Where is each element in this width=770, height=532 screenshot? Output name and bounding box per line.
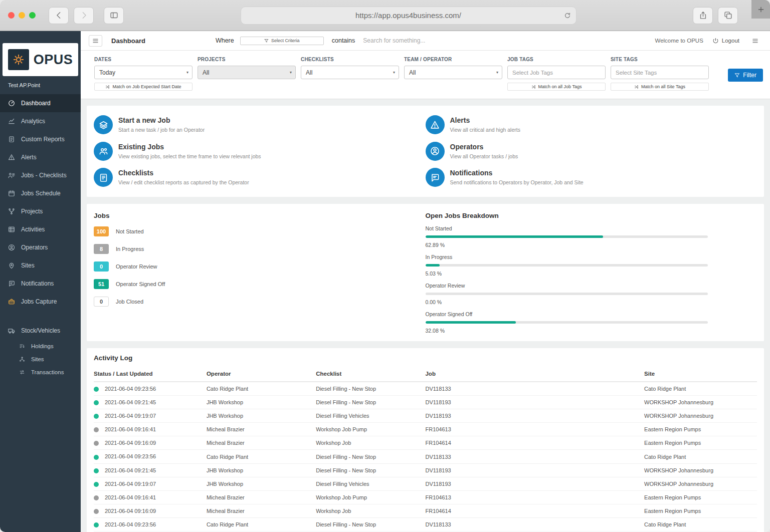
- quick-action-alerts[interactable]: AlertsView all critical and high alerts: [426, 112, 757, 138]
- activity-row[interactable]: 2021-06-04 09:19:07JHB WorkshopDiesel Fi…: [94, 409, 757, 423]
- match-expected-start-date-button[interactable]: Match on Job Expected Start Date: [94, 83, 192, 91]
- activity-row[interactable]: 2021-06-04 09:21:45JHB WorkshopDiesel Fi…: [94, 396, 757, 409]
- jobs-capture-icon: [8, 298, 15, 305]
- activity-row[interactable]: 2021-06-04 09:23:56Cato Ridge PlantDiese…: [94, 450, 757, 463]
- back-button[interactable]: [49, 7, 69, 24]
- header-menu-button[interactable]: [748, 35, 762, 47]
- match-all-site-tags-button[interactable]: Match on all Site Tags: [611, 83, 709, 91]
- holdings-icon: [19, 343, 25, 349]
- activity-row[interactable]: 2021-06-04 09:16:09Micheal BrazierWorksh…: [94, 504, 757, 517]
- projects-select[interactable]: All ▾: [198, 66, 296, 79]
- quick-action-start-a-new-job[interactable]: Start a new JobStart a new task / job fo…: [94, 112, 426, 138]
- activity-row[interactable]: 2021-06-04 09:21:45JHB WorkshopDiesel Fi…: [94, 463, 757, 477]
- chevron-left-icon: [55, 11, 63, 20]
- sidebar-item-label: Jobs Capture: [21, 298, 57, 305]
- sidebar-item-operators[interactable]: Operators: [0, 238, 81, 256]
- activity-row[interactable]: 2021-06-04 09:16:09Micheal BrazierWorksh…: [94, 436, 757, 450]
- sidebar-item-holdings[interactable]: Holdings: [0, 340, 81, 353]
- sidebar-item-notifications[interactable]: Notifications: [0, 275, 81, 293]
- sidebar-item-alerts[interactable]: Alerts: [0, 148, 81, 166]
- column-header-job[interactable]: Job: [425, 366, 644, 382]
- reload-icon[interactable]: [564, 12, 571, 19]
- quick-action-title: Start a new Job: [118, 116, 205, 124]
- sidebar-item-stock-vehicles[interactable]: Stock/Vehicles: [0, 322, 81, 340]
- site-tags-input[interactable]: [611, 66, 709, 79]
- sidebar-item-label: Sites: [21, 262, 35, 269]
- sidebar-item-sites[interactable]: Sites: [0, 353, 81, 366]
- sidebar-item-sites[interactable]: Sites: [0, 256, 81, 275]
- filter-bar: DATES Today ▾ Match on Job Expected Star…: [81, 51, 770, 99]
- sidebar-item-transactions[interactable]: Transactions: [0, 366, 81, 379]
- sidebar-item-projects[interactable]: Projects: [0, 202, 81, 220]
- share-button[interactable]: [693, 7, 713, 24]
- sidebar-toggle-button[interactable]: [104, 7, 124, 24]
- menu-toggle-button[interactable]: [89, 35, 102, 47]
- minimize-window-button[interactable]: [19, 12, 25, 19]
- power-icon: [712, 38, 719, 44]
- sidebar-item-activities[interactable]: Activities: [0, 220, 81, 238]
- status-dot: [94, 482, 99, 487]
- sidebar-item-analytics[interactable]: Analytics: [0, 112, 81, 130]
- job-status-row-operator-review: 0Operator Review: [94, 261, 426, 272]
- team-operator-select[interactable]: All ▾: [404, 66, 502, 79]
- zoom-window-button[interactable]: [29, 12, 36, 19]
- activity-row[interactable]: 2021-06-04 09:16:41Micheal BrazierWorksh…: [94, 423, 757, 436]
- activity-row[interactable]: 2021-06-04 09:23:56Cato Ridge PlantDiese…: [94, 517, 757, 531]
- quick-action-checklists[interactable]: ChecklistsView / edit checklist reports …: [94, 164, 426, 191]
- quick-action-operators[interactable]: OperatorsView all Operator tasks / jobs: [426, 138, 757, 165]
- chevron-down-icon: ▾: [290, 70, 292, 75]
- dates-select[interactable]: Today ▾: [94, 66, 192, 79]
- sidebar-item-jobs-checklists[interactable]: Jobs - Checklists: [0, 166, 81, 184]
- column-header-status-last-updated[interactable]: Status / Last Updated: [94, 366, 207, 382]
- column-header-site[interactable]: Site: [644, 366, 757, 382]
- team-operator-select-value: All: [409, 69, 416, 76]
- dashboard-content: Start a new JobStart a new task / job fo…: [81, 99, 770, 532]
- activity-row[interactable]: 2021-06-04 09:19:07JHB WorkshopDiesel Fi…: [94, 477, 757, 490]
- logout-button[interactable]: Logout: [712, 38, 739, 44]
- select-criteria-button[interactable]: Select Criteria: [240, 37, 324, 45]
- quick-action-description: View all critical and high alerts: [450, 127, 520, 133]
- column-header-checklist[interactable]: Checklist: [316, 366, 425, 382]
- sidebar-item-jobs-capture[interactable]: Jobs Capture: [0, 293, 81, 311]
- sidebar-item-custom-reports[interactable]: Custom Reports: [0, 130, 81, 148]
- dates-select-value: Today: [99, 69, 115, 76]
- forward-button[interactable]: [74, 7, 94, 24]
- match-all-job-tags-button[interactable]: Match on all Job Tags: [507, 83, 606, 91]
- stock-vehicles-icon: [8, 327, 15, 334]
- filter-button[interactable]: Filter: [728, 69, 763, 82]
- activity-row[interactable]: 2021-06-04 09:23:56Cato Ridge PlantDiese…: [94, 382, 757, 396]
- checklists-select[interactable]: All ▾: [301, 66, 399, 79]
- dates-label: DATES: [94, 57, 192, 62]
- match-label: Match on all Job Tags: [538, 84, 582, 89]
- status-dot: [94, 495, 99, 500]
- opus-logo-mark: [8, 49, 29, 70]
- jobs-summary-title: Jobs: [94, 212, 426, 219]
- job-cell: DV118193: [425, 477, 644, 490]
- last-updated-text: 2021-06-04 09:16:41: [105, 494, 156, 500]
- job-tags-input[interactable]: [507, 66, 606, 79]
- main-area: Dashboard Where Select Criteria contains…: [81, 31, 770, 532]
- search-input[interactable]: [363, 37, 508, 44]
- site-cell: Eastern Region Pumps: [644, 504, 757, 517]
- checklist-cell: Diesel Filling - New Stop: [316, 463, 425, 477]
- sidebar-item-jobs-schedule[interactable]: Jobs Schedule: [0, 184, 81, 202]
- site-tags-label: SITE TAGS: [611, 57, 709, 62]
- address-bar[interactable]: https://app.opus4business.com/: [241, 7, 576, 25]
- close-window-button[interactable]: [8, 12, 15, 19]
- quick-action-notifications[interactable]: NotificationsSend notifications to Opera…: [426, 164, 757, 191]
- filter-button-label: Filter: [743, 72, 756, 79]
- projects-icon: [8, 208, 15, 215]
- quick-action-text: NotificationsSend notifications to Opera…: [450, 168, 584, 185]
- new-tab-button[interactable]: [751, 0, 770, 19]
- quick-action-existing-jobs[interactable]: Existing JobsView existing jobs, select …: [94, 138, 426, 165]
- breakdown-label: Not Started: [426, 225, 708, 231]
- job-cell: DV118193: [425, 463, 644, 477]
- chevron-right-icon: [80, 11, 88, 20]
- analytics-icon: [8, 118, 15, 125]
- tabs-overview-button[interactable]: [718, 7, 738, 24]
- activity-log-table: Status / Last UpdatedOperatorChecklistJo…: [94, 366, 757, 532]
- activity-row[interactable]: 2021-06-04 09:16:41Micheal BrazierWorksh…: [94, 490, 757, 504]
- column-header-operator[interactable]: Operator: [207, 366, 316, 382]
- chevron-down-icon: ▾: [496, 70, 498, 75]
- sidebar-item-dashboard[interactable]: Dashboard: [0, 94, 81, 112]
